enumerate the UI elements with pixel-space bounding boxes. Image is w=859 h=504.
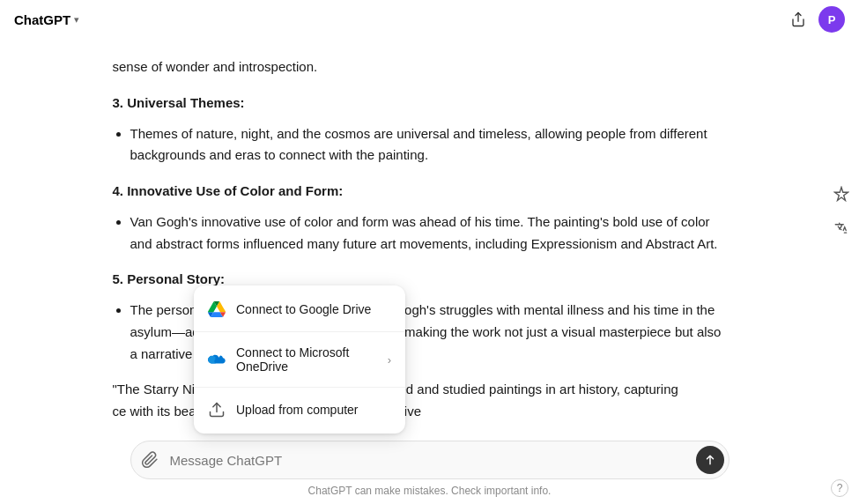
- google-drive-label: Connect to Google Drive: [236, 302, 391, 316]
- section-4-heading: 4. Innovative Use of Color and Form:: [113, 181, 729, 203]
- sparkle-button[interactable]: [827, 180, 855, 208]
- upload-computer-label: Upload from computer: [236, 403, 391, 417]
- attachment-button[interactable]: [141, 451, 159, 469]
- main-content: sense of wonder and introspection. 3. Un…: [0, 39, 859, 434]
- google-drive-menu-item[interactable]: Connect to Google Drive: [194, 291, 405, 328]
- section-3-bullets: Themes of nature, night, and the cosmos …: [130, 123, 729, 167]
- google-drive-icon: [208, 300, 226, 318]
- translate-button[interactable]: [827, 215, 855, 243]
- header: ChatGPT ▾ P: [0, 0, 859, 39]
- help-button[interactable]: ?: [831, 479, 848, 497]
- right-sidebar: [824, 39, 859, 243]
- list-item: Themes of nature, night, and the cosmos …: [130, 123, 729, 167]
- section-3: 3. Universal Themes: Themes of nature, n…: [113, 93, 729, 167]
- send-button[interactable]: [696, 446, 724, 474]
- menu-divider-2: [194, 387, 405, 388]
- input-area: ChatGPT can make mistakes. Check importa…: [0, 434, 859, 504]
- section-4: 4. Innovative Use of Color and Form: Van…: [113, 181, 729, 255]
- upload-computer-icon: [208, 401, 226, 419]
- upload-computer-menu-item[interactable]: Upload from computer: [194, 391, 405, 428]
- section-4-bullets: Van Gogh's innovative use of color and f…: [130, 211, 729, 256]
- file-upload-dropdown: Connect to Google Drive Connect to Micro…: [194, 285, 405, 434]
- header-left: ChatGPT ▾: [14, 12, 79, 27]
- disclaimer-text: ChatGPT can make mistakes. Check importa…: [308, 485, 552, 497]
- message-input[interactable]: [130, 441, 729, 479]
- onedrive-menu-item[interactable]: Connect to Microsoft OneDrive ›: [194, 336, 405, 383]
- share-button[interactable]: [787, 8, 810, 31]
- onedrive-label: Connect to Microsoft OneDrive: [236, 345, 377, 374]
- menu-divider-1: [194, 331, 405, 332]
- avatar[interactable]: P: [818, 6, 845, 33]
- intro-paragraph: sense of wonder and introspection.: [113, 56, 729, 78]
- list-item: Van Gogh's innovative use of color and f…: [130, 211, 729, 256]
- onedrive-icon: [208, 351, 226, 368]
- chevron-right-icon: ›: [388, 353, 391, 367]
- chevron-down-icon: ▾: [74, 14, 79, 26]
- header-right: P: [787, 6, 845, 33]
- section-3-heading: 3. Universal Themes:: [113, 93, 729, 115]
- app-title: ChatGPT: [14, 12, 70, 27]
- input-container: [130, 441, 729, 479]
